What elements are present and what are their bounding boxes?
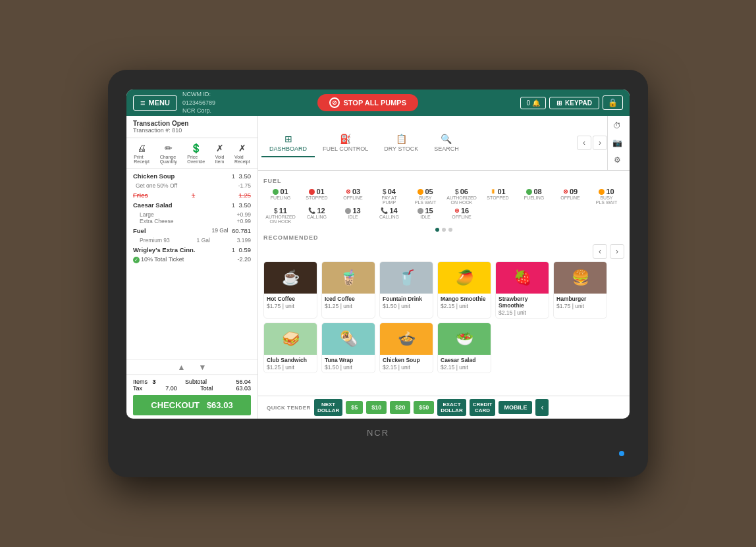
dollar-auth-icon: $ xyxy=(455,188,459,195)
checkout-button[interactable]: CHECKOUT $63.03 xyxy=(133,395,251,415)
pump-01b[interactable]: ⏸01 STOPPED xyxy=(481,188,515,205)
quick-tender-label: QUICK TENDER xyxy=(263,405,311,411)
offline-icon2: ⊗ xyxy=(563,188,568,195)
pump-06[interactable]: $06 AUTHORIZEDON HOOK xyxy=(445,188,479,205)
scroll-up-button[interactable]: ▲ xyxy=(178,363,186,372)
scroll-down-button[interactable]: ▼ xyxy=(199,363,207,372)
keypad-button[interactable]: ⊞ KEYPAD xyxy=(549,97,599,109)
tender-collapse-button[interactable]: ‹ xyxy=(535,399,549,416)
void-item-button[interactable]: ✗ VoidItem xyxy=(213,142,227,165)
tuna-wrap-image: 🌯 xyxy=(322,323,375,355)
pump-01[interactable]: 01 FUELING xyxy=(263,188,298,205)
caesar-salad-image: 🥗 xyxy=(438,323,491,355)
dashboard-icon: ⊞ xyxy=(284,134,292,144)
stop-all-pumps-button[interactable]: ⊘ STOP ALL PUMPS xyxy=(317,94,418,111)
pump-08[interactable]: 08 FUELING xyxy=(517,188,551,205)
pagination-dots xyxy=(263,228,624,232)
table-row: Caesar Salad 1 3.50 xyxy=(133,201,251,209)
pump-15[interactable]: 15 IDLE xyxy=(408,207,443,224)
pump-status-dot4 xyxy=(418,208,423,214)
pump-04[interactable]: $04 PAY ATPUMP xyxy=(372,188,406,205)
pump-16[interactable]: ⊗16 OFFLINE xyxy=(445,207,479,224)
print-receipt-button[interactable]: 🖨 PrintReceipt xyxy=(132,142,151,165)
mobile-button[interactable]: MOBILE xyxy=(499,401,532,414)
tab-dry-stock[interactable]: 📋 DRY STOCK xyxy=(376,130,426,157)
five-dollar-button[interactable]: $5 xyxy=(346,401,363,414)
chicken-soup-image: 🍲 xyxy=(380,323,433,355)
tab-search[interactable]: 🔍 SEARCH xyxy=(426,130,467,157)
twenty-dollar-button[interactable]: $20 xyxy=(390,401,410,414)
items-list: Chicken Soup 1 3.50 Get one 50% Off -1.7… xyxy=(126,169,257,359)
tab-next-button[interactable]: › xyxy=(593,136,607,150)
rec-iced-coffee[interactable]: 🧋 Iced Coffee $1.25 | unit xyxy=(321,261,375,319)
transaction-title: Transaction Open xyxy=(133,120,251,127)
rec-prev-button[interactable]: ‹ xyxy=(593,244,607,259)
change-quantity-button[interactable]: ✏ ChangeQuantity xyxy=(158,142,179,165)
rec-chicken-soup[interactable]: 🍲 Chicken Soup $2.15 | unit xyxy=(379,323,433,373)
camera-icon[interactable]: 📷 xyxy=(610,136,624,150)
table-row: Wrigley's Extra Cinn. 1 0.59 xyxy=(133,246,251,253)
recommended-grid: ☕ Hot Coffee $1.75 | unit 🧋 Iced Coffee … xyxy=(263,261,624,373)
call-icon2: 📞 xyxy=(381,207,388,214)
mango-image: 🥭 xyxy=(438,262,491,294)
footer-totals: Items 3 Subtotal 56.04 Tax 7.00 Total 63… xyxy=(126,375,257,419)
rec-tuna-wrap[interactable]: 🌯 Tuna Wrap $1.50 | unit xyxy=(321,323,375,373)
pump-01-stopped[interactable]: 01 STOPPED xyxy=(300,188,334,205)
void-receipt-button[interactable]: ✗ VoidReceipt xyxy=(232,142,252,165)
rec-club-sandwich[interactable]: 🥪 Club Sandwich $1.25 | unit xyxy=(263,323,317,373)
menu-button[interactable]: ≡ MENU xyxy=(133,95,177,111)
page-dot-3[interactable] xyxy=(448,228,452,232)
next-dollar-button[interactable]: NEXTDOLLAR xyxy=(314,399,342,416)
rec-hot-coffee[interactable]: ☕ Hot Coffee $1.75 | unit xyxy=(263,261,317,319)
recommended-label: RECOMMENDED xyxy=(263,234,624,241)
discount-badge: ✓ xyxy=(133,257,140,263)
offline-icon: ⊗ xyxy=(346,188,351,195)
tab-nav: ‹ › xyxy=(577,136,607,150)
ten-dollar-button[interactable]: $10 xyxy=(366,401,387,414)
void-item-icon: ✗ xyxy=(216,143,224,153)
tab-dashboard[interactable]: ⊞ DASHBOARD xyxy=(261,130,315,157)
rec-next-button[interactable]: › xyxy=(610,244,624,259)
exact-dollar-button[interactable]: EXACTDOLLAR xyxy=(437,399,466,416)
settings-icon[interactable]: ⚙ xyxy=(610,153,624,167)
hot-coffee-image: ☕ xyxy=(264,262,317,294)
void-receipt-icon: ✗ xyxy=(238,143,246,153)
rec-hamburger[interactable]: 🍔 Hamburger $1.75 | unit xyxy=(553,261,607,319)
pump-status-dot xyxy=(309,189,315,195)
price-override-button[interactable]: 💲 PriceOverride xyxy=(185,142,207,165)
left-panel: Transaction Open Transaction #: 810 🖨 Pr… xyxy=(126,116,258,419)
pump-10[interactable]: 10 BUSYPLS WAIT xyxy=(589,188,624,205)
scroll-controls: ▲ ▼ xyxy=(126,359,257,375)
page-dot-1[interactable] xyxy=(435,228,439,232)
lock-button[interactable]: 🔒 xyxy=(603,95,623,110)
rec-strawberry-smoothie[interactable]: 🍓 Strawberry Smoothie $2.15 | unit xyxy=(495,261,549,319)
pump-11[interactable]: $11 AUTHORIZEDON HOOK xyxy=(263,207,298,224)
recommended-nav: ‹ › xyxy=(263,244,624,259)
notifications-button[interactable]: 0 🔔 xyxy=(520,97,546,109)
credit-card-button[interactable]: CREDITCARD xyxy=(470,399,496,416)
dashboard-content: FUEL 01 FUELING 01 STOPPED xyxy=(258,171,630,396)
tab-prev-button[interactable]: ‹ xyxy=(577,136,591,150)
rec-mango-smoothie[interactable]: 🥭 Mango Smoothie $2.15 | unit xyxy=(437,261,491,319)
pump-03[interactable]: ⊗03 OFFLINE xyxy=(336,188,370,205)
transaction-number: Transaction #: 810 xyxy=(133,127,251,134)
rec-caesar-salad[interactable]: 🥗 Caesar Salad $2.15 | unit xyxy=(437,323,491,373)
quick-tender: QUICK TENDER NEXTDOLLAR $5 $10 $20 $50 E… xyxy=(258,396,630,419)
tabs-bar: ⊞ DASHBOARD ⛽ FUEL CONTROL 📋 DRY STOCK 🔍… xyxy=(258,116,630,171)
pump-05[interactable]: 05 BUSYPLS WAIT xyxy=(408,188,443,205)
tab-fuel-control[interactable]: ⛽ FUEL CONTROL xyxy=(315,130,376,157)
pump-14[interactable]: 📞14 CALLING xyxy=(372,207,406,224)
offline-icon3: ⊗ xyxy=(454,207,460,214)
pump-status-dot xyxy=(526,189,532,195)
clock-icon[interactable]: ⏱ xyxy=(610,118,624,133)
rec-fountain-drink[interactable]: 🥤 Fountain Drink $1.50 | unit xyxy=(379,261,433,319)
pump-status-dot3 xyxy=(345,208,351,214)
club-sandwich-image: 🥪 xyxy=(264,323,317,355)
ncr-id: NCWM ID: 0123456789 NCR Corp. xyxy=(182,90,215,115)
fifty-dollar-button[interactable]: $50 xyxy=(414,401,434,414)
pump-12[interactable]: 📞12 CALLING xyxy=(300,207,334,224)
pump-09[interactable]: ⊗09 OFFLINE xyxy=(553,188,587,205)
pump-13[interactable]: 13 IDLE xyxy=(336,207,370,224)
dollar-pump-icon: $ xyxy=(383,188,387,195)
page-dot-2[interactable] xyxy=(442,228,446,232)
